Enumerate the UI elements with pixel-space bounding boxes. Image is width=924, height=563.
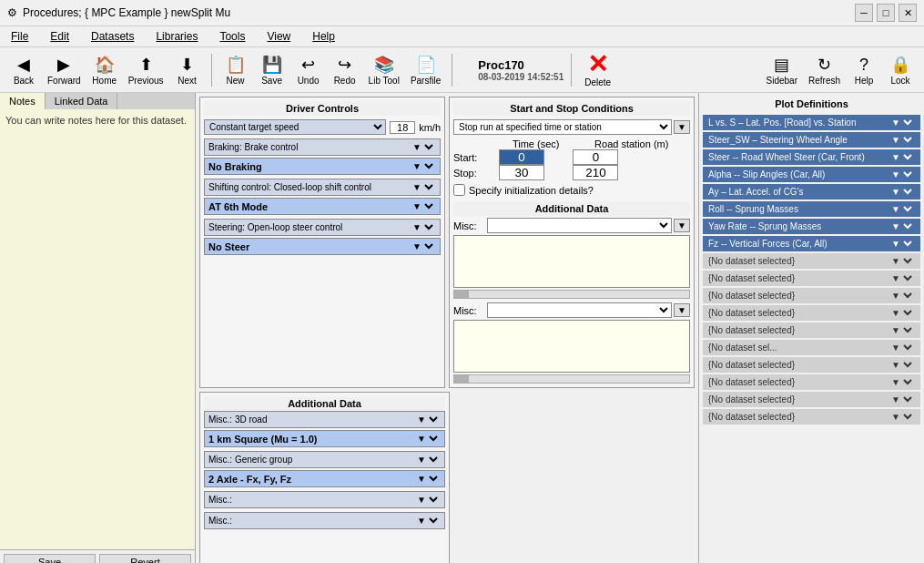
- new-button[interactable]: 📋 New: [219, 52, 252, 87]
- minimize-button[interactable]: ─: [855, 4, 873, 22]
- stop-type-select[interactable]: Stop run at specified time or station: [453, 119, 672, 135]
- plot-item-label: Yaw Rate -- Sprung Masses: [708, 221, 821, 231]
- plot-item-dropdown[interactable]: ▼: [888, 220, 915, 232]
- plot-item-dropdown[interactable]: ▼: [888, 359, 915, 371]
- plot-item-dropdown[interactable]: ▼: [888, 394, 915, 405]
- stop-label: Stop:: [453, 165, 499, 180]
- tab-notes[interactable]: Notes: [0, 93, 46, 109]
- undo-button[interactable]: ↩ Undo: [292, 52, 325, 87]
- start-time-input[interactable]: [499, 149, 544, 165]
- misc1-left-dropdown[interactable]: ▼: [413, 414, 441, 425]
- plot-item-dropdown[interactable]: ▼: [888, 134, 915, 146]
- menu-datasets[interactable]: Datasets: [87, 28, 137, 45]
- parsfile-button[interactable]: 📄 Parsfile: [407, 52, 444, 87]
- misc1-select[interactable]: [487, 218, 672, 233]
- revert-notes-button[interactable]: Revert: [99, 554, 191, 563]
- plot-item-dropdown[interactable]: ▼: [888, 169, 915, 180]
- textarea1[interactable]: [453, 235, 690, 288]
- notes-text: You can write notes here for this datase…: [5, 115, 187, 126]
- misc2-dropdown-btn[interactable]: ▼: [674, 303, 690, 317]
- notes-panel: Notes Linked Data You can write notes he…: [0, 93, 196, 563]
- plot-item-dropdown[interactable]: ▼: [888, 324, 915, 336]
- misc2-left-value-dropdown[interactable]: ▼: [413, 473, 441, 485]
- plot-item-dropdown[interactable]: ▼: [888, 186, 915, 198]
- stop-type-dropdown-btn[interactable]: ▼: [674, 120, 690, 134]
- save-notes-button[interactable]: Save: [4, 554, 96, 563]
- tab-linked-data[interactable]: Linked Data: [46, 93, 118, 109]
- separator3: [571, 54, 572, 87]
- plot-item-empty: {No dataset selected} ▼: [703, 357, 920, 373]
- plot-item-dropdown[interactable]: ▼: [888, 117, 915, 128]
- misc4-left-dropdown[interactable]: ▼: [413, 515, 441, 527]
- brake-label-dropdown[interactable]: ▼: [409, 141, 436, 153]
- plot-item-dropdown[interactable]: ▼: [888, 238, 915, 250]
- plot-item-dropdown[interactable]: ▼: [888, 411, 915, 423]
- save-button[interactable]: 💾 Save: [256, 52, 289, 87]
- misc2-left-label: Misc.: Generic group: [208, 455, 292, 465]
- misc1-dropdown-btn[interactable]: ▼: [674, 219, 690, 232]
- steer-value-dropdown[interactable]: ▼: [409, 241, 436, 252]
- back-button[interactable]: ◀ Back: [7, 52, 40, 87]
- steer-label: Steering: Open-loop steer control: [208, 222, 342, 232]
- redo-button[interactable]: ↪ Redo: [329, 52, 361, 87]
- plot-item-empty: {No dataset selected} ▼: [703, 409, 920, 425]
- lock-button[interactable]: 🔒 Lock: [884, 52, 917, 87]
- driver-controls-title: Driver Controls: [204, 101, 441, 116]
- notes-content: You can write notes here for this datase…: [0, 109, 195, 549]
- menu-file[interactable]: File: [7, 28, 32, 45]
- menu-edit[interactable]: Edit: [46, 28, 73, 45]
- close-button[interactable]: ✕: [899, 4, 917, 22]
- plot-item-dropdown[interactable]: ▼: [888, 255, 915, 267]
- main-content: Notes Linked Data You can write notes he…: [0, 93, 924, 563]
- shift-label-dropdown[interactable]: ▼: [409, 181, 436, 193]
- speed-type-select[interactable]: Constant target speed: [204, 119, 386, 135]
- menu-help[interactable]: Help: [309, 28, 339, 45]
- plot-items-list: L vs. S – Lat. Pos. [Road] vs. Station ▼…: [703, 115, 920, 425]
- plot-item-dropdown[interactable]: ▼: [888, 203, 915, 215]
- misc4-left-label: Misc.:: [208, 516, 232, 526]
- stop-time-input[interactable]: [499, 165, 544, 180]
- brake-value-dropdown[interactable]: ▼: [409, 160, 436, 172]
- brake-control-group: Braking: Brake control ▼ No Braking ▼: [204, 138, 441, 175]
- misc3-left-dropdown[interactable]: ▼: [413, 494, 441, 506]
- init-details-checkbox[interactable]: [453, 184, 465, 196]
- plot-item-dropdown[interactable]: ▼: [888, 272, 915, 284]
- help-button[interactable]: ? Help: [848, 52, 880, 87]
- home-button[interactable]: 🏠 Home: [88, 52, 121, 87]
- home-icon: 🏠: [94, 54, 116, 76]
- delete-button[interactable]: ✕ Delete: [579, 50, 616, 89]
- scrollbar-h2[interactable]: [453, 374, 690, 384]
- forward-button[interactable]: ▶ Forward: [44, 52, 85, 87]
- refresh-button[interactable]: ↻ Refresh: [805, 52, 844, 87]
- scrollbar-h1[interactable]: [453, 290, 690, 299]
- menu-view[interactable]: View: [263, 28, 294, 45]
- plot-item-empty: {No dataset selected} ▼: [703, 374, 920, 390]
- back-icon: ◀: [13, 54, 35, 76]
- plot-item-dropdown[interactable]: ▼: [888, 376, 915, 388]
- textarea2[interactable]: [453, 320, 690, 373]
- misc1-left-value-dropdown[interactable]: ▼: [413, 433, 441, 445]
- plot-item-dropdown[interactable]: ▼: [888, 290, 915, 302]
- libtool-button[interactable]: 📚 Lib Tool: [365, 52, 403, 87]
- plot-item-dropdown[interactable]: ▼: [888, 307, 915, 319]
- misc2-select[interactable]: [487, 302, 672, 318]
- bottom-row: Additional Data Misc.: 3D road ▼ 1 km Sq…: [199, 392, 695, 563]
- start-road-input[interactable]: [573, 149, 618, 165]
- maximize-button[interactable]: □: [877, 4, 895, 22]
- next-button[interactable]: ⬇ Next: [171, 52, 204, 87]
- previous-button[interactable]: ⬆ Previous: [125, 52, 168, 87]
- sidebar-button[interactable]: ▤ Sidebar: [763, 52, 801, 87]
- misc2-left-dropdown[interactable]: ▼: [413, 454, 441, 466]
- menu-libraries[interactable]: Libraries: [152, 28, 201, 45]
- menu-tools[interactable]: Tools: [216, 28, 249, 45]
- misc2-left-value: 2 Axle - Fx, Fy, Fz: [208, 474, 291, 485]
- plot-item-dropdown[interactable]: ▼: [888, 342, 915, 353]
- plot-item-empty: {No dataset selected} ▼: [703, 271, 920, 286]
- steer-label-dropdown[interactable]: ▼: [409, 221, 436, 233]
- shift-value-dropdown[interactable]: ▼: [409, 200, 436, 212]
- notes-tabs: Notes Linked Data: [0, 93, 195, 109]
- speed-value-input[interactable]: [390, 121, 415, 134]
- stop-road-input[interactable]: [573, 165, 618, 180]
- app-icon: ⚙: [7, 6, 17, 19]
- plot-item-dropdown[interactable]: ▼: [888, 151, 915, 163]
